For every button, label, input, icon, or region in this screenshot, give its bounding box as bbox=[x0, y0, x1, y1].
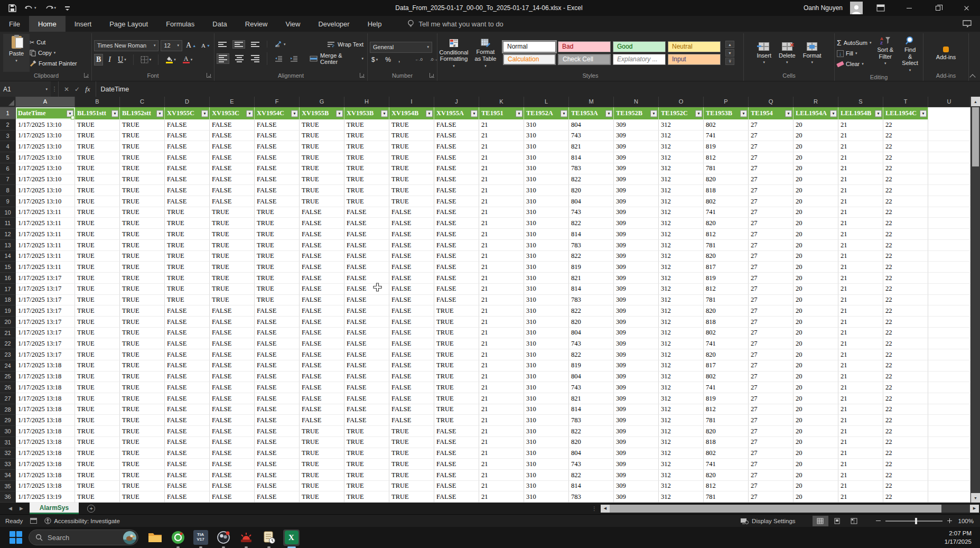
cell[interactable]: TRUE bbox=[255, 273, 300, 284]
cell[interactable]: 21 bbox=[838, 437, 883, 448]
cell[interactable]: 22 bbox=[883, 163, 928, 174]
cell[interactable]: FALSE bbox=[165, 119, 210, 131]
cell[interactable]: FALSE bbox=[165, 393, 210, 404]
cell[interactable]: TRUE bbox=[120, 459, 165, 470]
cell[interactable]: 309 bbox=[614, 218, 659, 229]
cell[interactable]: FALSE bbox=[210, 448, 255, 459]
cell[interactable]: TRUE bbox=[389, 426, 434, 437]
cell[interactable] bbox=[928, 470, 970, 481]
cell[interactable]: TRUE bbox=[120, 415, 165, 426]
cell[interactable]: 312 bbox=[659, 459, 704, 470]
cell[interactable]: 21 bbox=[838, 491, 883, 503]
cell[interactable]: FALSE bbox=[389, 404, 434, 415]
log-app-button[interactable] bbox=[260, 530, 277, 546]
cell[interactable]: TRUE bbox=[389, 437, 434, 448]
cell[interactable]: 21 bbox=[838, 119, 883, 131]
sheet-tab-alarmsys[interactable]: AlarmSys bbox=[30, 503, 79, 514]
cell[interactable]: 312 bbox=[659, 437, 704, 448]
cell[interactable]: FALSE bbox=[255, 349, 300, 360]
cell[interactable]: 310 bbox=[524, 262, 569, 273]
cell[interactable]: FALSE bbox=[255, 437, 300, 448]
cell[interactable]: TRUE bbox=[344, 119, 389, 131]
cell[interactable]: TRUE bbox=[75, 360, 120, 371]
cell[interactable] bbox=[928, 240, 970, 251]
cell[interactable]: TRUE bbox=[75, 295, 120, 306]
column-header-o[interactable]: O bbox=[659, 97, 704, 107]
cell[interactable]: TRUE bbox=[389, 131, 434, 142]
cell[interactable]: 804 bbox=[569, 119, 614, 131]
cell[interactable]: 22 bbox=[883, 119, 928, 131]
column-header-t[interactable]: T bbox=[883, 97, 928, 107]
cell[interactable]: 1/17/2025 13:18 bbox=[16, 404, 75, 415]
filter-button[interactable]: ▾ bbox=[426, 110, 433, 117]
name-box[interactable]: A1▾ bbox=[0, 81, 51, 97]
filter-button[interactable]: ▾ bbox=[471, 110, 478, 117]
cell[interactable]: TRUE bbox=[120, 131, 165, 142]
format-painter-button[interactable]: Format Painter bbox=[30, 58, 77, 69]
cell[interactable]: 309 bbox=[614, 119, 659, 131]
cell[interactable] bbox=[928, 448, 970, 459]
cell[interactable]: FALSE bbox=[255, 360, 300, 371]
cell[interactable]: FALSE bbox=[389, 284, 434, 295]
undo-button[interactable]: ▾ bbox=[25, 5, 36, 12]
redo-button[interactable]: ▾ bbox=[45, 5, 57, 12]
cell[interactable]: TRUE bbox=[389, 163, 434, 174]
cell[interactable]: TRUE bbox=[300, 426, 344, 437]
cell[interactable]: TRUE bbox=[75, 437, 120, 448]
cell[interactable]: 312 bbox=[659, 240, 704, 251]
cell[interactable]: TRUE bbox=[75, 218, 120, 229]
cell[interactable]: 20 bbox=[794, 317, 838, 328]
cell[interactable]: FALSE bbox=[210, 174, 255, 185]
row-header-7[interactable]: 7 bbox=[0, 174, 16, 185]
cell[interactable]: 309 bbox=[614, 262, 659, 273]
cell[interactable]: 20 bbox=[794, 415, 838, 426]
cell[interactable]: TRUE bbox=[75, 393, 120, 404]
fill-button[interactable]: ↓Fill▾ bbox=[837, 49, 871, 58]
cell[interactable]: 21 bbox=[838, 152, 883, 163]
cell[interactable]: 822 bbox=[569, 251, 614, 262]
column-header-r[interactable]: R bbox=[794, 97, 838, 107]
cell[interactable]: 27 bbox=[749, 174, 794, 185]
cell[interactable]: FALSE bbox=[255, 317, 300, 328]
cell[interactable]: FALSE bbox=[389, 229, 434, 240]
cell[interactable]: 22 bbox=[883, 371, 928, 383]
cell[interactable]: FALSE bbox=[165, 437, 210, 448]
cell[interactable]: TRUE bbox=[344, 437, 389, 448]
cell[interactable]: 819 bbox=[704, 393, 749, 404]
scroll-up-arrow[interactable]: ▲ bbox=[971, 97, 980, 106]
row-header-16[interactable]: 16 bbox=[0, 273, 16, 284]
cell[interactable]: TRUE bbox=[120, 141, 165, 152]
cell[interactable]: 27 bbox=[749, 437, 794, 448]
cell[interactable]: FALSE bbox=[344, 284, 389, 295]
cell[interactable]: 21 bbox=[479, 317, 524, 328]
cell[interactable]: TRUE bbox=[75, 207, 120, 218]
cell[interactable]: FALSE bbox=[165, 448, 210, 459]
cell[interactable]: TRUE bbox=[389, 491, 434, 503]
cell[interactable]: 22 bbox=[883, 415, 928, 426]
row-header-24[interactable]: 24 bbox=[0, 360, 16, 371]
alignment-dialog-launcher[interactable] bbox=[360, 73, 365, 78]
cell[interactable]: FALSE bbox=[210, 491, 255, 503]
cell[interactable]: 783 bbox=[569, 163, 614, 174]
filter-header-datetime[interactable]: DateTime▾ bbox=[16, 107, 75, 119]
scroll-left-arrow[interactable]: ◀ bbox=[601, 505, 610, 513]
cell[interactable]: 20 bbox=[794, 371, 838, 383]
cell[interactable]: 21 bbox=[479, 415, 524, 426]
cell[interactable]: 27 bbox=[749, 295, 794, 306]
row-header-14[interactable]: 14 bbox=[0, 251, 16, 262]
cell[interactable]: TRUE bbox=[75, 338, 120, 349]
cell[interactable]: 27 bbox=[749, 207, 794, 218]
cell[interactable]: TRUE bbox=[344, 481, 389, 492]
zoom-out-button[interactable] bbox=[876, 521, 881, 521]
cell[interactable]: 310 bbox=[524, 284, 569, 295]
style-calculation[interactable]: Calculation bbox=[503, 54, 556, 65]
cell[interactable]: 741 bbox=[704, 382, 749, 393]
cell[interactable]: 20 bbox=[794, 305, 838, 317]
cell[interactable]: 312 bbox=[659, 273, 704, 284]
cell[interactable]: 21 bbox=[838, 393, 883, 404]
cell[interactable]: 21 bbox=[479, 207, 524, 218]
cell[interactable]: FALSE bbox=[434, 273, 479, 284]
close-button[interactable] bbox=[956, 0, 977, 16]
cell[interactable]: FALSE bbox=[434, 131, 479, 142]
cell[interactable]: 21 bbox=[838, 404, 883, 415]
